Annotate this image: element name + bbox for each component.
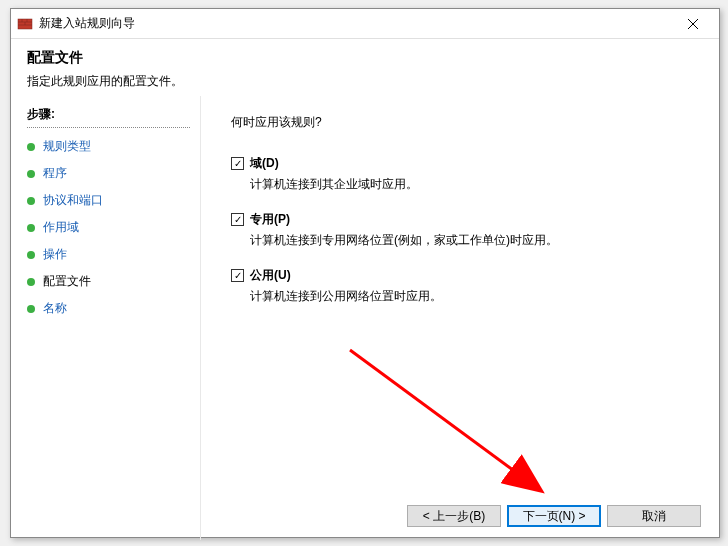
content-question: 何时应用该规则? [231, 114, 699, 131]
steps-sidebar: 步骤: 规则类型 程序 协议和端口 作用域 操作 [11, 96, 201, 540]
step-label: 配置文件 [43, 273, 91, 290]
step-label: 程序 [43, 165, 67, 182]
step-name[interactable]: 名称 [27, 300, 200, 317]
close-button[interactable] [673, 10, 713, 38]
sidebar-divider [27, 127, 190, 128]
next-button[interactable]: 下一页(N) > [507, 505, 601, 527]
step-scope[interactable]: 作用域 [27, 219, 200, 236]
checkbox-desc: 计算机连接到专用网络位置(例如，家或工作单位)时应用。 [250, 232, 699, 249]
checkbox-private[interactable]: ✓ [231, 213, 244, 226]
checkbox-desc: 计算机连接到公用网络位置时应用。 [250, 288, 699, 305]
step-program[interactable]: 程序 [27, 165, 200, 182]
checkbox-domain[interactable]: ✓ [231, 157, 244, 170]
checkbox-row: ✓ 公用(U) [231, 267, 699, 284]
firewall-icon [17, 16, 33, 32]
step-label: 名称 [43, 300, 67, 317]
checkbox-row: ✓ 专用(P) [231, 211, 699, 228]
bullet-icon [27, 170, 35, 178]
cancel-button[interactable]: 取消 [607, 505, 701, 527]
checkbox-row: ✓ 域(D) [231, 155, 699, 172]
checkbox-label: 公用(U) [250, 267, 291, 284]
checkbox-label: 专用(P) [250, 211, 290, 228]
page-desc: 指定此规则应用的配置文件。 [27, 73, 703, 90]
steps-heading: 步骤: [27, 106, 200, 123]
bullet-icon [27, 224, 35, 232]
checkbox-label: 域(D) [250, 155, 279, 172]
bullet-icon [27, 251, 35, 259]
step-protocol-ports[interactable]: 协议和端口 [27, 192, 200, 209]
checkbox-public[interactable]: ✓ [231, 269, 244, 282]
step-label: 协议和端口 [43, 192, 103, 209]
step-label: 作用域 [43, 219, 79, 236]
option-domain: ✓ 域(D) 计算机连接到其企业域时应用。 [231, 155, 699, 193]
bullet-icon [27, 143, 35, 151]
bullet-icon [27, 305, 35, 313]
step-profile[interactable]: 配置文件 [27, 273, 200, 290]
wizard-window: 新建入站规则向导 配置文件 指定此规则应用的配置文件。 步骤: 规则类型 程序 [10, 8, 720, 538]
option-public: ✓ 公用(U) 计算机连接到公用网络位置时应用。 [231, 267, 699, 305]
window-title: 新建入站规则向导 [39, 15, 673, 32]
option-private: ✓ 专用(P) 计算机连接到专用网络位置(例如，家或工作单位)时应用。 [231, 211, 699, 249]
bullet-icon [27, 197, 35, 205]
wizard-footer: < 上一步(B) 下一页(N) > 取消 [407, 505, 701, 527]
step-label: 规则类型 [43, 138, 91, 155]
page-title: 配置文件 [27, 49, 703, 67]
wizard-body: 步骤: 规则类型 程序 协议和端口 作用域 操作 [11, 96, 719, 540]
back-button[interactable]: < 上一步(B) [407, 505, 501, 527]
step-action[interactable]: 操作 [27, 246, 200, 263]
step-rule-type[interactable]: 规则类型 [27, 138, 200, 155]
bullet-icon [27, 278, 35, 286]
wizard-content: 何时应用该规则? ✓ 域(D) 计算机连接到其企业域时应用。 ✓ 专用(P) 计… [201, 96, 719, 540]
titlebar: 新建入站规则向导 [11, 9, 719, 39]
step-label: 操作 [43, 246, 67, 263]
close-icon [688, 19, 698, 29]
wizard-header: 配置文件 指定此规则应用的配置文件。 [11, 39, 719, 96]
checkbox-desc: 计算机连接到其企业域时应用。 [250, 176, 699, 193]
